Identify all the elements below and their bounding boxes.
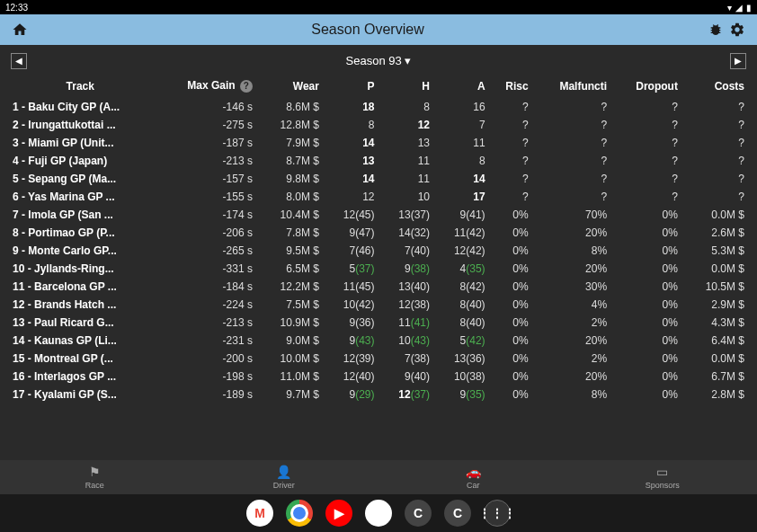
sponsors-icon: ▭ bbox=[656, 465, 668, 479]
col-wear: Wear bbox=[256, 76, 323, 98]
table-row[interactable]: 9 - Monte Carlo GP...-265 s9.5M $7(46)7(… bbox=[9, 242, 748, 260]
nav-sponsors[interactable]: ▭ Sponsors bbox=[568, 460, 758, 494]
table-row[interactable]: 7 - Imola GP (San ...-174 s10.4M $12(45)… bbox=[9, 206, 748, 224]
person-icon: 👤 bbox=[276, 465, 291, 479]
flag-icon: ⚑ bbox=[89, 465, 101, 479]
nav-race[interactable]: ⚑ Race bbox=[0, 460, 190, 494]
bottom-nav: ⚑ Race 👤 Driver 🚗 Car ▭ Sponsors bbox=[0, 460, 757, 494]
table-row[interactable]: 6 - Yas Marina GP ...-155 s8.0M $121017?… bbox=[9, 188, 748, 206]
status-icons: ▾ ◢ ▮ bbox=[727, 3, 752, 13]
gmail-icon[interactable]: M bbox=[246, 500, 273, 527]
nav-driver[interactable]: 👤 Driver bbox=[190, 460, 379, 494]
home-button[interactable] bbox=[9, 19, 31, 40]
col-costs: Costs bbox=[681, 76, 748, 98]
next-season-button[interactable]: ▶ bbox=[730, 53, 746, 69]
signal-icon: ◢ bbox=[735, 3, 743, 13]
table-row[interactable]: 11 - Barcelona GP ...-184 s12.2M $11(45)… bbox=[9, 278, 748, 296]
table-row[interactable]: 2 - Irungattukottai ...-275 s12.8M $8127… bbox=[9, 116, 748, 134]
table-row[interactable]: 5 - Sepang GP (Ma...-157 s9.8M $141114??… bbox=[9, 170, 748, 188]
help-icon[interactable]: ? bbox=[240, 80, 253, 93]
table-row[interactable]: 14 - Kaunas GP (Li...-231 s9.0M $9(43)10… bbox=[9, 332, 748, 350]
app-icon-2[interactable]: C bbox=[444, 500, 471, 527]
table-row[interactable]: 13 - Paul Ricard G...-213 s10.9M $9(36)1… bbox=[9, 314, 748, 332]
col-max-gain: Max Gain ? bbox=[152, 76, 256, 98]
season-selector[interactable]: Season 93 ▾ bbox=[346, 54, 412, 67]
battery-icon: ▮ bbox=[746, 3, 752, 13]
col-track: Track bbox=[9, 76, 152, 98]
status-time: 12:33 bbox=[5, 3, 28, 13]
photos-icon[interactable]: ✦ bbox=[365, 500, 392, 527]
wifi-icon: ▾ bbox=[727, 3, 732, 13]
table-row[interactable]: 4 - Fuji GP (Japan)-213 s8.7M $13118???? bbox=[9, 152, 748, 170]
table-row[interactable]: 8 - Portimao GP (P...-206 s7.8M $9(47)14… bbox=[9, 224, 748, 242]
table-row[interactable]: 1 - Baku City GP (A...-146 s8.6M $18816?… bbox=[9, 98, 748, 116]
apps-drawer-icon[interactable]: ⋮⋮⋮ bbox=[484, 500, 511, 527]
car-icon: 🚗 bbox=[466, 465, 481, 479]
youtube-icon[interactable]: ▶ bbox=[325, 500, 352, 527]
app-bar: Season Overview bbox=[0, 14, 757, 45]
col-a: A bbox=[433, 76, 489, 98]
table-row[interactable]: 3 - Miami GP (Unit...-187 s7.9M $141311?… bbox=[9, 134, 748, 152]
prev-season-button[interactable]: ◀ bbox=[11, 53, 27, 69]
col-h: H bbox=[378, 76, 433, 98]
col-dropout: Dropout bbox=[610, 76, 681, 98]
table-row[interactable]: 15 - Montreal GP (...-200 s10.0M $12(39)… bbox=[9, 350, 748, 368]
table-row[interactable]: 12 - Brands Hatch ...-224 s7.5M $10(42)1… bbox=[9, 296, 748, 314]
app-icon-1[interactable]: C bbox=[405, 500, 432, 527]
system-nav: M ▶ ✦ C C ⋮⋮⋮ bbox=[0, 494, 757, 532]
table-header-row: Track Max Gain ? Wear P H A Risc Malfunc… bbox=[9, 76, 748, 98]
col-risc: Risc bbox=[489, 76, 532, 98]
col-p: P bbox=[323, 76, 378, 98]
season-table: Track Max Gain ? Wear P H A Risc Malfunc… bbox=[0, 73, 757, 403]
col-malf: Malfuncti bbox=[532, 76, 610, 98]
chrome-icon[interactable] bbox=[286, 500, 313, 527]
bug-icon[interactable] bbox=[705, 19, 726, 40]
season-nav: ◀ Season 93 ▾ ▶ bbox=[0, 45, 757, 73]
table-row[interactable]: 10 - Jyllands-Ring...-331 s6.5M $5(37)9(… bbox=[9, 260, 748, 278]
nav-car[interactable]: 🚗 Car bbox=[378, 460, 568, 494]
table-row[interactable]: 16 - Interlagos GP ...-198 s11.0M $12(40… bbox=[9, 368, 748, 386]
settings-icon[interactable] bbox=[726, 19, 748, 40]
page-title: Season Overview bbox=[31, 22, 705, 38]
table-row[interactable]: 17 - Kyalami GP (S...-189 s9.7M $9(29)12… bbox=[9, 386, 748, 403]
status-bar: 12:33 ▾ ◢ ▮ bbox=[0, 0, 757, 14]
